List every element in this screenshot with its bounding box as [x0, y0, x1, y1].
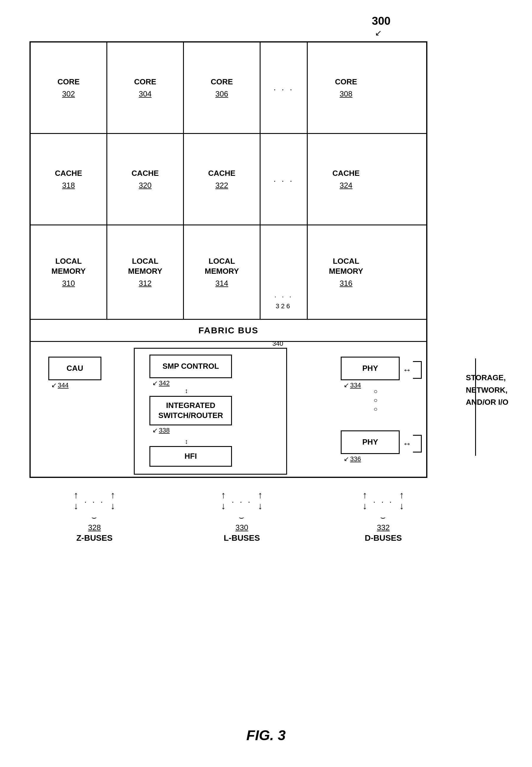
phy-bottom-container: PHY ↔ ↙ 336	[341, 430, 400, 463]
hfi-box: HFI	[149, 446, 232, 467]
phy-bracket	[464, 358, 476, 456]
smp-control-container: SMP CONTROL ↙ 342	[149, 355, 232, 387]
phy-bottom-box: PHY	[341, 430, 400, 454]
lmem-310: LOCALMEMORY 310	[31, 226, 107, 319]
l-buses-group: ↑ ↓ · · · ↑ ↓ ⌣ 330 L-BUSES	[221, 490, 263, 543]
z-buses-group: ↑ ↓ · · · ↑ ↓ ⌣ 328 Z-BUSES	[74, 490, 115, 543]
phy-top-box: PHY	[341, 357, 400, 380]
lmem-314: LOCALMEMORY 314	[184, 226, 261, 319]
row-bottom: CAU ↙ 344 340 SMP CONTROL ↙ 342	[31, 342, 426, 479]
cache-324: CACHE 324	[308, 134, 384, 225]
core-304: CORE 304	[107, 42, 184, 133]
hfi-container: HFI	[149, 446, 232, 467]
cache-320: CACHE 320	[107, 134, 184, 225]
core-302: CORE 302	[31, 42, 107, 133]
d-buses-group: ↑ ↓ · · · ↑ ↓ ⌣ 332 D-BUSES	[363, 490, 404, 543]
phy-dots: ○ ○ ○	[374, 388, 378, 413]
phy-top-right-arrow: ↔	[403, 361, 422, 379]
lmem-312: LOCALMEMORY 312	[107, 226, 184, 319]
lmem-dots: · · · 326	[261, 226, 308, 319]
lmem-316: LOCALMEMORY 316	[308, 226, 384, 319]
cau-box: CAU	[48, 357, 101, 380]
smp-outer-box: 340 SMP CONTROL ↙ 342 ↕ INTEGRATEDSWITCH…	[134, 348, 287, 475]
integrated-switch-container: INTEGRATEDSWITCH/ROUTER ↙ 338	[149, 396, 232, 434]
chip-box: CORE 302 CORE 304 CORE 306 · · · CORE 30…	[29, 41, 427, 478]
core-306: CORE 306	[184, 42, 261, 133]
cache-318: CACHE 318	[31, 134, 107, 225]
row-lmem: LOCALMEMORY 310 LOCALMEMORY 312 LOCALMEM…	[31, 226, 426, 320]
row-caches: CACHE 318 CACHE 320 CACHE 322 · · · CACH…	[31, 134, 426, 226]
diagram-arrow: ↙	[375, 28, 382, 38]
cau-container: CAU ↙ 344	[48, 357, 101, 389]
integrated-switch-box: INTEGRATEDSWITCH/ROUTER	[149, 396, 232, 425]
diagram-label: 300	[372, 15, 391, 27]
figure-caption: FIG. 3	[246, 727, 286, 743]
core-dots: · · ·	[261, 42, 308, 133]
fabric-bus-label: FABRIC BUS	[198, 325, 258, 335]
row-cores: CORE 302 CORE 304 CORE 306 · · · CORE 30…	[31, 42, 426, 134]
fabric-bus-row: FABRIC BUS	[31, 320, 426, 342]
cache-dots: · · ·	[261, 134, 308, 225]
smp-control-box: SMP CONTROL	[149, 355, 232, 378]
cache-322: CACHE 322	[184, 134, 261, 225]
phy-bottom-right-arrow: ↔	[403, 435, 422, 452]
phy-top-container: PHY ↔ ↙ 334	[341, 357, 400, 389]
core-308: CORE 308	[308, 42, 384, 133]
